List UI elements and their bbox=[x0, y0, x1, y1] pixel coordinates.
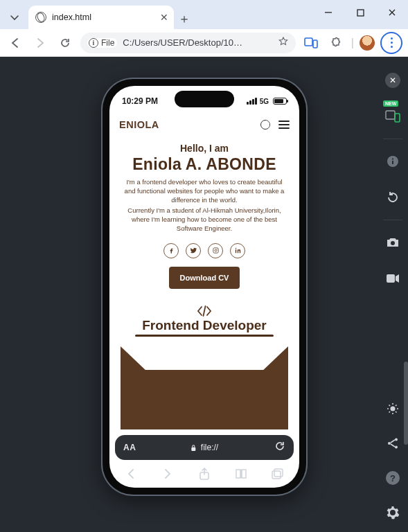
window-controls bbox=[312, 0, 408, 25]
window-close-button[interactable] bbox=[376, 0, 408, 25]
phone-notch bbox=[175, 91, 234, 107]
sun-icon bbox=[387, 402, 399, 415]
svg-point-9 bbox=[391, 241, 395, 245]
site-header: ENIOLA bbox=[109, 112, 299, 136]
svg-rect-4 bbox=[386, 111, 395, 119]
download-cv-button[interactable]: Download CV bbox=[169, 267, 240, 289]
safari-reload-button[interactable] bbox=[274, 441, 285, 454]
svg-point-24 bbox=[215, 249, 217, 251]
network-label: 5G bbox=[260, 98, 269, 105]
profile-avatar[interactable] bbox=[360, 35, 375, 51]
role-title: Frontend Developer bbox=[121, 318, 288, 333]
screencast-button[interactable]: NEW bbox=[383, 107, 402, 126]
svg-rect-31 bbox=[272, 471, 281, 479]
rotate-button[interactable] bbox=[383, 188, 402, 207]
safari-bookmarks-button[interactable] bbox=[229, 464, 253, 484]
device-toolbar-button[interactable] bbox=[301, 33, 321, 53]
camera-icon bbox=[386, 237, 400, 248]
hamburger-menu[interactable] bbox=[278, 121, 290, 129]
extensions-button[interactable] bbox=[326, 33, 346, 53]
reload-icon bbox=[274, 441, 285, 452]
tab-close-button[interactable]: ✕ bbox=[160, 12, 168, 23]
nav-back-button[interactable] bbox=[6, 33, 25, 53]
devtools-rail: ✕ NEW ? bbox=[378, 57, 408, 532]
file-origin-chip[interactable]: i File bbox=[87, 38, 117, 48]
facebook-link[interactable] bbox=[163, 243, 179, 258]
video-icon bbox=[386, 274, 400, 283]
share-icon bbox=[387, 437, 399, 450]
new-badge: NEW bbox=[383, 100, 398, 107]
social-links bbox=[121, 243, 288, 258]
site-content[interactable]: ENIOLA Hello, I am Eniola A. ABONDE I'm … bbox=[109, 112, 299, 432]
theme-toggle[interactable] bbox=[260, 120, 270, 130]
window-maximize-button[interactable] bbox=[344, 0, 376, 25]
safari-tabs-button[interactable] bbox=[266, 464, 290, 484]
close-icon: ✕ bbox=[385, 73, 400, 88]
safari-forward-button[interactable] bbox=[156, 464, 179, 484]
safari-url: file:// bbox=[201, 443, 218, 452]
svg-rect-8 bbox=[392, 159, 393, 160]
svg-rect-30 bbox=[274, 469, 283, 477]
svg-point-21 bbox=[388, 442, 391, 445]
bookmark-button[interactable] bbox=[278, 36, 289, 50]
svg-rect-7 bbox=[392, 161, 393, 164]
twitter-link[interactable] bbox=[186, 243, 201, 258]
panel-close-button[interactable]: ✕ bbox=[383, 71, 402, 90]
settings-button[interactable] bbox=[383, 503, 402, 522]
info-icon: i bbox=[89, 38, 98, 48]
role-block: Frontend Developer bbox=[121, 305, 288, 337]
svg-point-11 bbox=[391, 407, 396, 411]
new-tab-button[interactable]: ＋ bbox=[174, 8, 195, 29]
hero-greeting: Hello, I am bbox=[121, 143, 288, 154]
instagram-link[interactable] bbox=[208, 243, 223, 258]
record-button[interactable] bbox=[383, 269, 402, 288]
rail-divider bbox=[383, 220, 402, 220]
facebook-icon bbox=[168, 247, 175, 254]
screenshot-button[interactable] bbox=[383, 233, 402, 252]
role-underline bbox=[135, 335, 274, 337]
chevron-down-icon bbox=[10, 14, 19, 22]
window-minimize-button[interactable] bbox=[312, 0, 344, 25]
tab-title: index.html bbox=[52, 12, 91, 22]
svg-point-22 bbox=[395, 446, 398, 449]
puzzle-icon bbox=[330, 37, 342, 49]
reload-button[interactable] bbox=[55, 33, 75, 53]
rotate-icon bbox=[386, 190, 400, 204]
browser-titlebar: index.html ✕ ＋ bbox=[0, 0, 408, 29]
phone-screen: 10:29 PM 5G ENIOLA Hello, I am bbox=[109, 86, 299, 488]
info-button[interactable] bbox=[383, 152, 402, 171]
svg-point-27 bbox=[235, 248, 236, 249]
safari-address-bar[interactable]: AA file:// bbox=[115, 435, 294, 460]
nav-forward-button[interactable] bbox=[30, 33, 50, 53]
globe-icon bbox=[35, 12, 46, 23]
safari-back-button[interactable] bbox=[119, 464, 143, 484]
devtools-viewport: ✕ NEW ? bbox=[0, 57, 408, 532]
tab-search-button[interactable] bbox=[4, 7, 25, 29]
browser-tab[interactable]: index.html ✕ bbox=[28, 6, 174, 29]
theme-button[interactable] bbox=[383, 399, 402, 418]
device-icon bbox=[304, 37, 318, 49]
hero-section: Hello, I am Eniola A. ABONDE I'm a front… bbox=[109, 136, 299, 429]
rail-divider bbox=[383, 139, 402, 139]
svg-rect-5 bbox=[395, 114, 400, 122]
hero-decoration bbox=[121, 346, 288, 429]
help-button[interactable]: ? bbox=[383, 468, 402, 488]
safari-share-button[interactable] bbox=[193, 464, 216, 484]
svg-line-18 bbox=[396, 405, 397, 407]
site-logo[interactable]: ENIOLA bbox=[119, 119, 159, 130]
status-time: 10:29 PM bbox=[122, 96, 158, 106]
address-bar[interactable]: i File C:/Users/USER/Desktop/10… bbox=[80, 33, 296, 53]
svg-rect-2 bbox=[305, 38, 312, 46]
text-size-button[interactable]: AA bbox=[123, 443, 136, 452]
hero-bio-2: Currently I'm a student of Al-Hikmah Uni… bbox=[122, 206, 287, 233]
linkedin-link[interactable] bbox=[230, 243, 245, 258]
linkedin-icon bbox=[234, 247, 242, 254]
share-button[interactable] bbox=[383, 434, 402, 453]
browser-menu-button[interactable] bbox=[380, 32, 402, 54]
svg-point-20 bbox=[395, 438, 398, 441]
hero-name: Eniola A. ABONDE bbox=[121, 155, 288, 174]
svg-rect-1 bbox=[357, 10, 364, 16]
help-icon: ? bbox=[386, 471, 400, 485]
svg-line-16 bbox=[389, 405, 391, 407]
scrollbar-thumb[interactable] bbox=[404, 362, 408, 445]
